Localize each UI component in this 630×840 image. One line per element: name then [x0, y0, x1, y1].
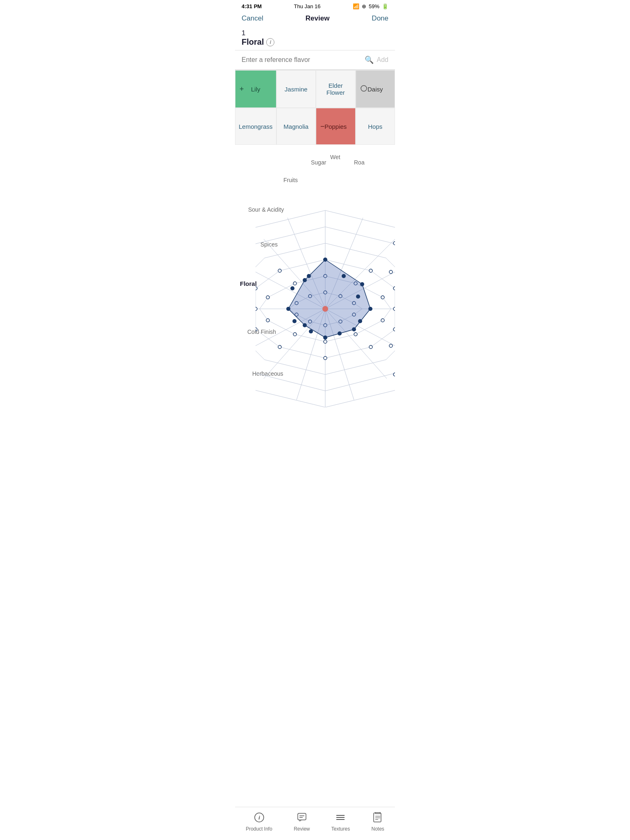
- svg-point-67: [342, 274, 346, 278]
- svg-point-57: [393, 242, 395, 245]
- minus-icon: −: [320, 122, 325, 131]
- section-number: 1: [242, 29, 388, 37]
- wifi-icon: 📶: [353, 3, 359, 9]
- info-icon[interactable]: i: [266, 38, 274, 46]
- search-bar: 🔍 Add: [235, 50, 395, 70]
- svg-point-69: [358, 319, 362, 323]
- flavor-lemongrass-label: Lemongrass: [239, 123, 273, 130]
- svg-point-55: [389, 270, 393, 274]
- svg-point-60: [360, 282, 364, 286]
- status-icons: 📶 ⊕ 59% 🔋: [353, 3, 388, 9]
- cancel-button[interactable]: Cancel: [242, 14, 263, 23]
- add-button[interactable]: Add: [377, 56, 388, 64]
- svg-point-32: [256, 307, 257, 310]
- battery-level: 59%: [369, 3, 379, 9]
- svg-point-42: [266, 319, 269, 322]
- flavor-jasmine[interactable]: Jasmine: [276, 70, 316, 108]
- flavor-daisy-label: Daisy: [368, 86, 383, 93]
- nav-bar: Cancel Review Done: [235, 11, 395, 27]
- svg-point-24: [369, 269, 372, 272]
- flavor-magnolia-label: Magnolia: [283, 123, 308, 130]
- status-date: Thu Jan 16: [294, 3, 321, 9]
- svg-point-39: [354, 333, 357, 336]
- circle-icon: [360, 85, 368, 94]
- label-roa: Roa: [354, 159, 365, 166]
- svg-point-64: [303, 323, 307, 327]
- location-icon: ⊕: [362, 3, 366, 9]
- svg-point-59: [323, 258, 327, 262]
- svg-point-30: [278, 345, 281, 349]
- flavor-daisy[interactable]: Daisy: [356, 70, 395, 108]
- svg-point-43: [266, 296, 269, 299]
- svg-point-68: [356, 294, 360, 299]
- svg-point-73: [290, 286, 294, 290]
- svg-point-72: [292, 319, 297, 323]
- flavor-magnolia[interactable]: Magnolia: [276, 108, 316, 145]
- svg-point-27: [393, 328, 395, 331]
- svg-point-71: [309, 329, 313, 333]
- flavor-hops-label: Hops: [368, 123, 382, 130]
- search-icon[interactable]: 🔍: [365, 55, 374, 64]
- flavor-elder-flower-label: Elder Flower: [320, 82, 352, 96]
- svg-point-37: [381, 296, 384, 299]
- svg-point-28: [369, 345, 372, 349]
- label-wet: Wet: [330, 154, 340, 160]
- svg-point-34: [278, 269, 281, 272]
- svg-point-40: [324, 340, 327, 343]
- svg-point-61: [368, 307, 372, 311]
- svg-point-38: [381, 319, 384, 322]
- svg-point-74: [307, 274, 311, 278]
- svg-point-56: [389, 344, 393, 347]
- section-header: 1 Floral i: [235, 27, 395, 50]
- label-floral: Floral: [240, 280, 257, 287]
- svg-point-66: [303, 278, 307, 282]
- plus-icon: +: [240, 85, 244, 94]
- label-sugar: Sugar: [311, 159, 326, 166]
- svg-point-70: [338, 331, 342, 336]
- radar-center-dot: [322, 306, 328, 312]
- svg-point-41: [293, 333, 297, 336]
- svg-point-63: [323, 336, 327, 340]
- radar-chart: [256, 178, 395, 407]
- flavor-lemongrass[interactable]: Lemongrass: [235, 108, 276, 145]
- search-input[interactable]: [242, 56, 361, 64]
- done-button[interactable]: Done: [372, 14, 388, 23]
- svg-point-65: [286, 307, 290, 311]
- chart-section: Sugar Wet Roa Fruits Sour & Acidity Spic…: [235, 153, 395, 407]
- svg-point-29: [324, 356, 327, 360]
- svg-point-44: [293, 282, 297, 285]
- svg-point-25: [393, 287, 395, 290]
- status-time: 4:31 PM: [242, 3, 262, 9]
- battery-icon: 🔋: [382, 3, 388, 9]
- svg-point-0: [361, 86, 367, 91]
- svg-point-33: [256, 287, 257, 290]
- svg-point-58: [393, 373, 395, 376]
- flavor-lily-label: Lily: [251, 86, 260, 93]
- flavor-grid: + Lily Jasmine Elder Flower Daisy Lemong…: [235, 70, 395, 145]
- flavor-hops[interactable]: Hops: [356, 108, 395, 145]
- svg-point-62: [352, 327, 356, 331]
- flavor-lily[interactable]: + Lily: [235, 70, 276, 108]
- flavor-poppies[interactable]: − Poppies: [316, 108, 355, 145]
- nav-title: Review: [306, 14, 330, 23]
- flavor-poppies-label: Poppies: [324, 123, 347, 130]
- svg-point-26: [393, 307, 395, 310]
- flavor-elder-flower[interactable]: Elder Flower: [316, 70, 355, 108]
- status-bar: 4:31 PM Thu Jan 16 📶 ⊕ 59% 🔋: [235, 0, 395, 11]
- section-title: Floral: [242, 37, 264, 47]
- svg-point-31: [256, 328, 257, 331]
- flavor-jasmine-label: Jasmine: [285, 86, 308, 93]
